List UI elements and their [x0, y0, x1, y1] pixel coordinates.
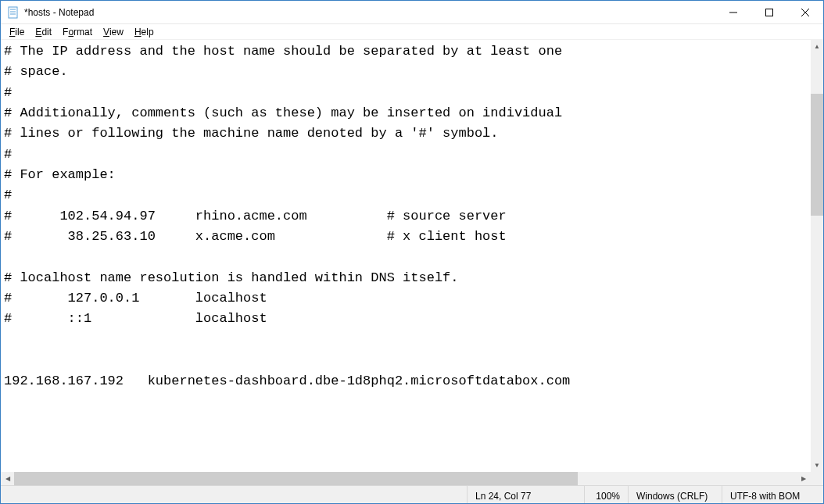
menu-help[interactable]: Help [129, 26, 159, 38]
status-line-ending: Windows (CRLF) [628, 486, 722, 503]
status-cursor-position: Ln 24, Col 77 [467, 486, 584, 503]
status-encoding: UTF-8 with BOM [722, 486, 823, 503]
close-button[interactable] [787, 1, 823, 23]
vertical-scrollbar[interactable]: ▲ ▼ [810, 40, 823, 472]
status-spacer [1, 486, 467, 503]
menu-bar: File Edit Format View Help [1, 24, 823, 40]
vertical-scroll-track[interactable] [811, 53, 823, 459]
maximize-button[interactable] [751, 1, 787, 23]
scrollbar-corner [810, 472, 823, 485]
scroll-up-arrow-icon[interactable]: ▲ [811, 40, 823, 53]
horizontal-scroll-thumb[interactable] [14, 472, 578, 485]
editor-area: # The IP address and the host name shoul… [1, 40, 823, 472]
title-bar: *hosts - Notepad [1, 1, 823, 24]
menu-edit[interactable]: Edit [30, 26, 57, 38]
status-bar: Ln 24, Col 77 100% Windows (CRLF) UTF-8 … [1, 485, 823, 503]
minimize-button[interactable] [715, 1, 751, 23]
vertical-scroll-thumb[interactable] [811, 94, 823, 216]
window-controls [715, 1, 823, 23]
svg-rect-0 [9, 7, 17, 18]
scroll-right-arrow-icon[interactable]: ▶ [797, 472, 810, 485]
svg-rect-5 [766, 9, 773, 16]
menu-format[interactable]: Format [57, 26, 98, 38]
horizontal-scroll-track[interactable] [14, 472, 797, 485]
notepad-icon [7, 6, 20, 19]
window-title: *hosts - Notepad [24, 7, 94, 18]
scroll-left-arrow-icon[interactable]: ◀ [1, 472, 14, 485]
text-editor[interactable]: # The IP address and the host name shoul… [1, 40, 810, 472]
status-zoom: 100% [584, 486, 628, 503]
scroll-down-arrow-icon[interactable]: ▼ [811, 459, 823, 472]
horizontal-scrollbar[interactable]: ◀ ▶ [1, 472, 823, 485]
menu-view[interactable]: View [98, 26, 129, 38]
menu-file[interactable]: File [4, 26, 30, 38]
